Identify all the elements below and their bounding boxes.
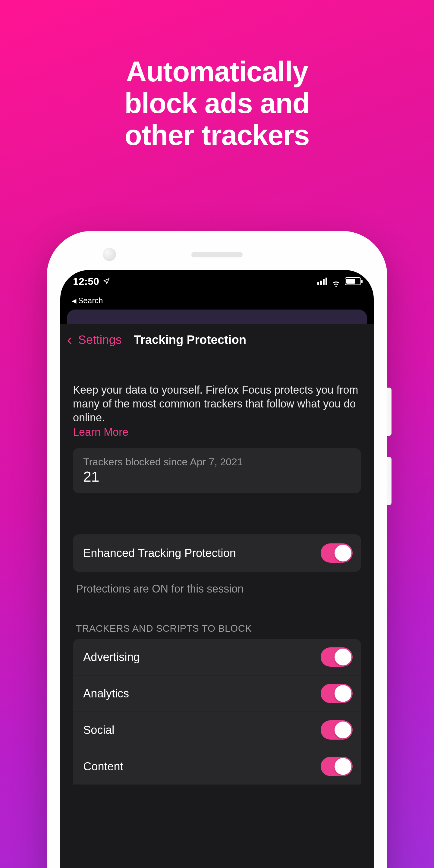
learn-more-link[interactable]: Learn More — [73, 426, 128, 438]
phone-camera — [103, 248, 116, 261]
hero-line: Automatically — [0, 56, 434, 87]
section-header: TRACKERS AND SCRIPTS TO BLOCK — [60, 595, 374, 639]
chevron-left-icon[interactable]: ‹ — [65, 332, 74, 347]
background-card-peek — [67, 310, 367, 324]
trackers-blocked-label: Trackers blocked since Apr 7, 2021 — [83, 456, 351, 468]
phone-frame: 12:50 ◀ Search ‹ — [47, 231, 387, 868]
system-back-breadcrumb[interactable]: ◀ Search — [60, 296, 374, 305]
blocking-options-list: Advertising Analytics Social Content — [73, 639, 361, 784]
enhanced-tracking-toggle[interactable] — [321, 544, 352, 563]
option-advertising: Advertising — [73, 639, 361, 675]
protection-status-text: Protections are ON for this session — [60, 572, 374, 595]
option-label: Analytics — [83, 687, 129, 700]
trackers-blocked-value: 21 — [83, 468, 351, 485]
nav-row: ‹ Settings Tracking Protection — [60, 324, 374, 355]
location-icon — [103, 276, 110, 287]
hero-line: block ads and — [0, 87, 434, 119]
status-bar: 12:50 — [60, 270, 374, 297]
phone-speaker — [191, 252, 243, 257]
option-content-toggle[interactable] — [321, 757, 352, 776]
battery-icon — [345, 277, 361, 285]
option-label: Social — [83, 724, 115, 737]
back-triangle-icon: ◀ — [72, 297, 76, 304]
page-title: Tracking Protection — [134, 333, 246, 347]
option-social: Social — [73, 712, 361, 748]
back-button[interactable]: Settings — [78, 333, 122, 347]
hero-line: other trackers — [0, 119, 434, 151]
option-label: Content — [83, 760, 123, 773]
enhanced-tracking-label: Enhanced Tracking Protection — [83, 547, 236, 560]
breadcrumb-label: Search — [78, 296, 103, 305]
option-analytics: Analytics — [73, 675, 361, 712]
option-content: Content — [73, 748, 361, 784]
settings-panel: ‹ Settings Tracking Protection Keep your… — [60, 324, 374, 868]
status-time: 12:50 — [73, 276, 99, 287]
option-advertising-toggle[interactable] — [321, 647, 352, 667]
option-social-toggle[interactable] — [321, 720, 352, 740]
hero-headline: Automatically block ads and other tracke… — [0, 0, 434, 151]
trackers-blocked-card: Trackers blocked since Apr 7, 2021 21 — [73, 448, 361, 493]
enhanced-tracking-row: Enhanced Tracking Protection — [73, 534, 361, 572]
wifi-icon — [332, 278, 341, 284]
option-label: Advertising — [83, 651, 140, 664]
cellular-icon — [317, 278, 327, 285]
phone-screen: 12:50 ◀ Search ‹ — [60, 270, 374, 868]
description-text: Keep your data to yourself. Firefox Focu… — [73, 383, 361, 425]
option-analytics-toggle[interactable] — [321, 684, 352, 703]
